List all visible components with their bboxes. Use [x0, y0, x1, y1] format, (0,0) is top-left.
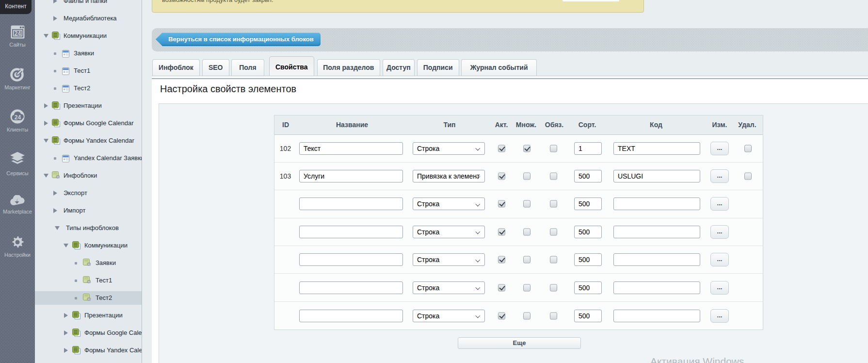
- svg-text:24: 24: [14, 30, 21, 37]
- svg-text:24: 24: [15, 114, 21, 121]
